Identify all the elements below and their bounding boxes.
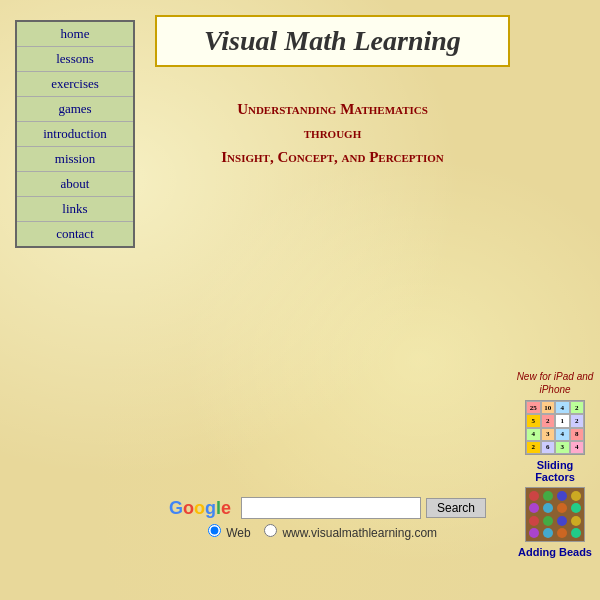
sf-cell: 4 bbox=[570, 441, 585, 454]
adding-beads-grid bbox=[526, 488, 584, 541]
right-sidebar: New for iPad and iPhone 2510425212434826… bbox=[515, 370, 595, 558]
bead bbox=[543, 491, 553, 501]
bead bbox=[557, 528, 567, 538]
sidebar-item-games[interactable]: games bbox=[17, 97, 133, 122]
sf-cell: 6 bbox=[541, 441, 556, 454]
sf-cell: 10 bbox=[541, 401, 556, 414]
sf-cell: 2 bbox=[570, 414, 585, 427]
bead bbox=[571, 528, 581, 538]
sf-cell: 4 bbox=[555, 428, 570, 441]
search-button[interactable]: Search bbox=[426, 498, 486, 518]
sidebar-item-home[interactable]: home bbox=[17, 22, 133, 47]
subtitle-line2: through bbox=[304, 125, 361, 141]
bead bbox=[543, 528, 553, 538]
sf-cell: 4 bbox=[526, 428, 541, 441]
search-option-site[interactable]: www.visualmathlearning.com bbox=[264, 526, 437, 540]
sliding-factors-label1: Sliding bbox=[515, 459, 595, 471]
adding-beads-label: Adding Beads bbox=[515, 546, 595, 558]
sf-cell: 3 bbox=[541, 428, 556, 441]
adding-beads-app-box[interactable] bbox=[525, 487, 585, 542]
sf-cell: 8 bbox=[570, 428, 585, 441]
bead bbox=[571, 491, 581, 501]
sidebar-item-about[interactable]: about bbox=[17, 172, 133, 197]
search-input[interactable] bbox=[241, 497, 421, 519]
subtitle: Understanding Mathematics through Insigh… bbox=[155, 97, 510, 169]
sidebar: home lessons exercises games introductio… bbox=[15, 20, 135, 248]
bead bbox=[557, 503, 567, 513]
sf-cell: 1 bbox=[555, 414, 570, 427]
search-option-web[interactable]: Web bbox=[208, 526, 254, 540]
bead bbox=[529, 528, 539, 538]
sidebar-item-introduction[interactable]: introduction bbox=[17, 122, 133, 147]
sidebar-item-lessons[interactable]: lessons bbox=[17, 47, 133, 72]
sliding-factors-app-box[interactable]: 251042521243482634 bbox=[525, 400, 585, 455]
google-logo: Google bbox=[169, 498, 231, 519]
search-bar: Google Search bbox=[155, 497, 500, 519]
sf-cell: 3 bbox=[555, 441, 570, 454]
bead bbox=[529, 503, 539, 513]
sf-cell: 4 bbox=[555, 401, 570, 414]
bead bbox=[571, 516, 581, 526]
sf-cell: 2 bbox=[570, 401, 585, 414]
main-content: Visual Math Learning Understanding Mathe… bbox=[155, 15, 510, 169]
sf-cell: 5 bbox=[526, 414, 541, 427]
sliding-factors-grid: 251042521243482634 bbox=[526, 401, 584, 454]
bead bbox=[557, 491, 567, 501]
bead bbox=[571, 503, 581, 513]
bead bbox=[529, 491, 539, 501]
page-wrapper: home lessons exercises games introductio… bbox=[0, 0, 600, 600]
site-title: Visual Math Learning bbox=[204, 25, 461, 56]
subtitle-line1: Understanding Mathematics bbox=[237, 101, 428, 117]
search-options: Web www.visualmathlearning.com bbox=[155, 524, 500, 540]
new-for-label: New for iPad and iPhone bbox=[515, 370, 595, 396]
search-radio-web[interactable] bbox=[208, 524, 221, 537]
sidebar-item-contact[interactable]: contact bbox=[17, 222, 133, 246]
search-section: Google Search Web www.visualmathlearning… bbox=[155, 497, 500, 540]
subtitle-line3: Insight, Concept, and Perception bbox=[221, 149, 443, 165]
bead bbox=[543, 503, 553, 513]
search-radio-site[interactable] bbox=[264, 524, 277, 537]
sf-cell: 2 bbox=[526, 441, 541, 454]
sliding-factors-label2: Factors bbox=[515, 471, 595, 483]
sidebar-item-links[interactable]: links bbox=[17, 197, 133, 222]
sidebar-item-exercises[interactable]: exercises bbox=[17, 72, 133, 97]
bead bbox=[529, 516, 539, 526]
sidebar-item-mission[interactable]: mission bbox=[17, 147, 133, 172]
sf-cell: 25 bbox=[526, 401, 541, 414]
title-box: Visual Math Learning bbox=[155, 15, 510, 67]
bead bbox=[543, 516, 553, 526]
bead bbox=[557, 516, 567, 526]
sf-cell: 2 bbox=[541, 414, 556, 427]
